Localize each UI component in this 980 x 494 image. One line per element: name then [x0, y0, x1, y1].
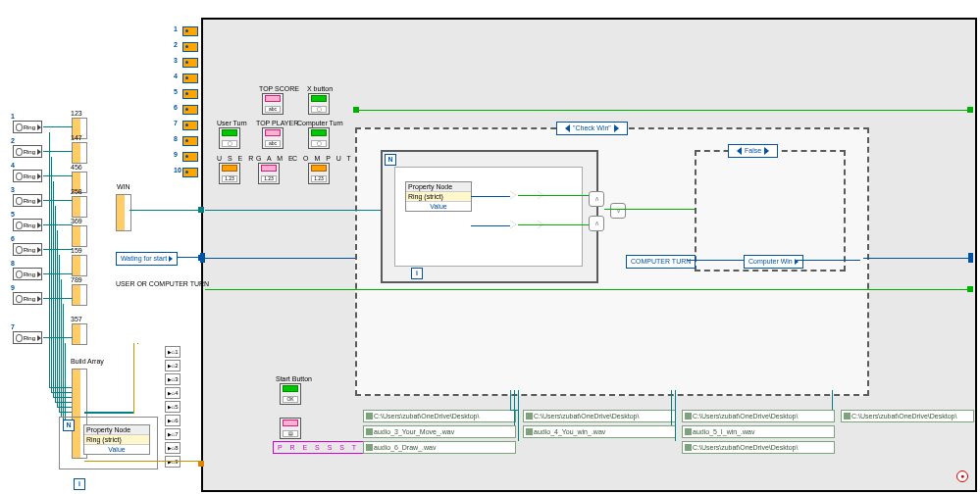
win-label: WIN [117, 183, 130, 190]
dbl-terminal-4 [182, 74, 198, 83]
path-audio4[interactable]: audio_4_You_win_.wav [523, 425, 676, 438]
case-selector-check[interactable]: "Check Win" [556, 122, 628, 135]
bundle-lab-789: 789 [71, 276, 82, 283]
bundle-lab-456: 456 [71, 164, 82, 171]
local-var-2[interactable]: ⌂2 [165, 360, 181, 371]
local-var-6[interactable]: ⌂6 [165, 415, 181, 426]
win-bundle [116, 194, 131, 231]
computer-turn-label: Computer Turn [297, 120, 343, 126]
dbl-terminal-10 [182, 168, 198, 177]
path-4[interactable]: C:\Users\zubat\OneDrive\Desktop\ [523, 410, 676, 422]
case-false [695, 150, 846, 272]
t-green-l [353, 107, 359, 113]
inner-prop-value: Value [406, 201, 471, 211]
ring-num-7: 7 [11, 323, 15, 330]
path-audio5[interactable]: audio_5_I_win_.wav [682, 425, 835, 438]
start-button[interactable]: OK [280, 383, 301, 405]
enum-waiting[interactable]: Wating for start [116, 252, 178, 266]
loop-i-bottom: i [74, 478, 85, 490]
user-label: U S E R [217, 155, 255, 162]
path-audio3[interactable]: audio_3_Your_Move_.wav [363, 425, 516, 438]
top-score-ind: abc [262, 93, 284, 115]
path-6[interactable]: C:\Users\zubat\OneDrive\Desktop\ [682, 410, 835, 422]
term-num-5: 5 [174, 88, 178, 95]
bundle-lab-369: 369 [71, 218, 82, 224]
local-var-8[interactable]: ⌂8 [165, 442, 181, 454]
bundle-147 [72, 142, 87, 164]
path-9[interactable]: C:\Users\zubat\OneDrive\Desktop\ [841, 410, 974, 422]
computer-turn-ind: ▢ [308, 127, 330, 149]
build-array-label: Build Array [71, 358, 104, 365]
inner-i: i [411, 268, 423, 279]
ring-num-2: 2 [11, 137, 15, 144]
local-var-1[interactable]: ⌂1 [165, 346, 181, 358]
x-button-ind[interactable]: ▢ [308, 93, 330, 115]
ring-num-1: 1 [11, 113, 15, 120]
user-ind: 1.23 [219, 163, 240, 184]
ring-control-6[interactable]: Ring [13, 243, 42, 256]
ring-num-9: 9 [11, 284, 15, 291]
bundle-369 [72, 225, 87, 247]
path-audio6[interactable]: audio_6_Draw_.wav [363, 441, 516, 454]
dbl-terminal-1 [182, 26, 198, 36]
inner-N: N [385, 154, 396, 166]
bundle-lab-258: 258 [71, 188, 82, 195]
stop-terminal[interactable]: ● [956, 470, 968, 482]
game-label: G A M E [256, 155, 295, 162]
bundle-lab-123: 123 [71, 110, 82, 117]
user-turn-label: User Turn [217, 120, 247, 126]
ring-control-3[interactable]: Ring [13, 194, 42, 207]
term-num-2: 2 [174, 41, 178, 48]
pink-icon: ▤ [280, 418, 301, 439]
bundle-lab-147: 147 [71, 134, 82, 141]
local-var-4[interactable]: ⌂4 [165, 387, 181, 399]
user-turn-ind: ▢ [219, 127, 240, 149]
top-player-ind: abc [262, 127, 284, 149]
term-num-3: 3 [174, 57, 178, 64]
ring-control-5[interactable]: Ring [13, 219, 42, 231]
inner-prop-ring: Ring (strict) [406, 191, 471, 201]
t-green-r2 [967, 286, 973, 292]
inner-prop-title: Property Node [406, 182, 471, 191]
term-num-4: 4 [174, 73, 178, 79]
ring-num-6: 6 [11, 235, 15, 242]
dbl-terminal-2 [182, 42, 198, 52]
state-label: USER OR COMPUTER TURN [116, 280, 209, 287]
enum-computer-turn[interactable]: COMPUTER TURN [626, 255, 696, 269]
path-1[interactable]: C:\Users\zubat\OneDrive\Desktop\ [363, 410, 516, 422]
bundle-159 [72, 255, 87, 276]
ring-control-7[interactable]: Ring [13, 331, 42, 344]
term-num-9: 9 [174, 151, 178, 158]
ring-control-1[interactable]: Ring [13, 121, 42, 133]
path-8[interactable]: C:\Users\zubat\OneDrive\Desktop\ [682, 441, 835, 454]
local-var-5[interactable]: ⌂5 [165, 401, 181, 413]
ring-control-8[interactable]: Ring [13, 268, 42, 280]
case-selector-false[interactable]: False [728, 144, 778, 158]
dbl-terminal-8 [182, 136, 198, 146]
ring-num-5: 5 [11, 211, 15, 218]
start-button-label: Start Button [276, 375, 312, 382]
ring-control-9[interactable]: Ring [13, 292, 42, 305]
ring-control-4[interactable]: Ring [13, 170, 42, 182]
bundle-789 [72, 284, 87, 306]
ring-num-4: 4 [11, 162, 15, 169]
enum-computer-win[interactable]: Computer Win [744, 255, 803, 269]
dbl-terminal-6 [182, 105, 198, 115]
ring-control-2[interactable]: Ring [13, 145, 42, 158]
dbl-terminal-9 [182, 152, 198, 162]
dbl-terminal-5 [182, 89, 198, 99]
property-node-inner[interactable]: Property Node Ring (strict) Value [405, 181, 472, 212]
term-num-8: 8 [174, 135, 178, 142]
top-player-label: TOP PLAYER [256, 120, 298, 126]
and-gate-1: ∧ [589, 191, 604, 207]
local-var-9[interactable]: ⌂9 [165, 456, 181, 468]
dbl-terminal-7 [182, 121, 198, 130]
x-button-label: X button [307, 85, 333, 92]
term-num-1: 1 [174, 25, 178, 32]
or-gate: ∨ [610, 203, 626, 219]
local-var-3[interactable]: ⌂3 [165, 373, 181, 385]
term-num-6: 6 [174, 104, 178, 111]
dbl-terminal-3 [182, 58, 198, 68]
computer-ind: 1.23 [308, 163, 330, 184]
local-var-7[interactable]: ⌂7 [165, 428, 181, 440]
